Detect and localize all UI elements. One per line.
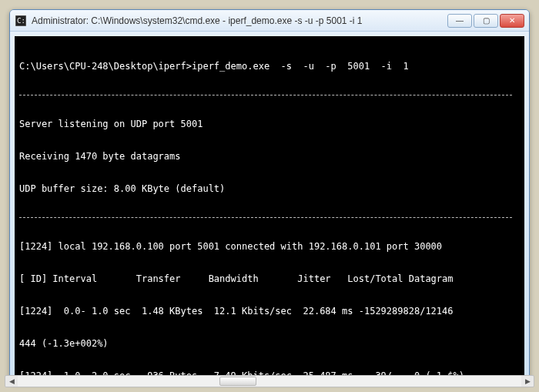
window-title: Administrator: C:\Windows\system32\cmd.e…: [32, 15, 447, 26]
chevron-right-icon: ▶: [525, 377, 531, 383]
titlebar[interactable]: C: Administrator: C:\Windows\system32\cm…: [10, 10, 529, 32]
minimize-button[interactable]: —: [447, 14, 472, 28]
window-buttons: — ▢ ✕: [447, 14, 524, 28]
divider: [19, 95, 512, 95]
close-button[interactable]: ✕: [500, 14, 524, 28]
divider: [19, 217, 512, 218]
minimize-icon: —: [456, 16, 464, 25]
maximize-button[interactable]: ▢: [474, 14, 498, 28]
scroll-track[interactable]: [18, 376, 521, 383]
first-row-tail: 444 (-1.3e+002%): [19, 338, 520, 349]
scroll-right-button[interactable]: ▶: [521, 376, 530, 383]
chevron-left-icon: ◀: [9, 377, 15, 383]
scroll-thumb[interactable]: [219, 377, 256, 383]
maximize-icon: ▢: [483, 16, 490, 25]
scroll-left-button[interactable]: ◀: [9, 376, 18, 383]
svg-text:C:: C:: [17, 17, 25, 25]
prompt-line: C:\Users\CPU-248\Desktop\iperf>iperf_dem…: [19, 61, 520, 72]
server-info-2: UDP buffer size: 8.00 KByte (default): [19, 183, 520, 194]
connection-line: [1224] local 192.168.0.100 port 5001 con…: [19, 241, 520, 252]
server-info-1: Receiving 1470 byte datagrams: [19, 151, 520, 162]
first-row: [1224] 0.0- 1.0 sec 1.48 KBytes 12.1 Kbi…: [19, 306, 520, 317]
terminal-output[interactable]: C:\Users\CPU-248\Desktop\iperf>iperf_dem…: [15, 36, 524, 377]
server-info-0: Server listening on UDP port 5001: [19, 119, 520, 129]
header-line: [ ID] Interval Transfer Bandwidth Jitter…: [19, 273, 520, 284]
cmd-icon: C:: [15, 15, 27, 27]
horizontal-scrollbar[interactable]: ◀ ▶: [9, 375, 530, 383]
cmd-window: C: Administrator: C:\Windows\system32\cm…: [9, 9, 530, 383]
close-icon: ✕: [509, 16, 515, 25]
